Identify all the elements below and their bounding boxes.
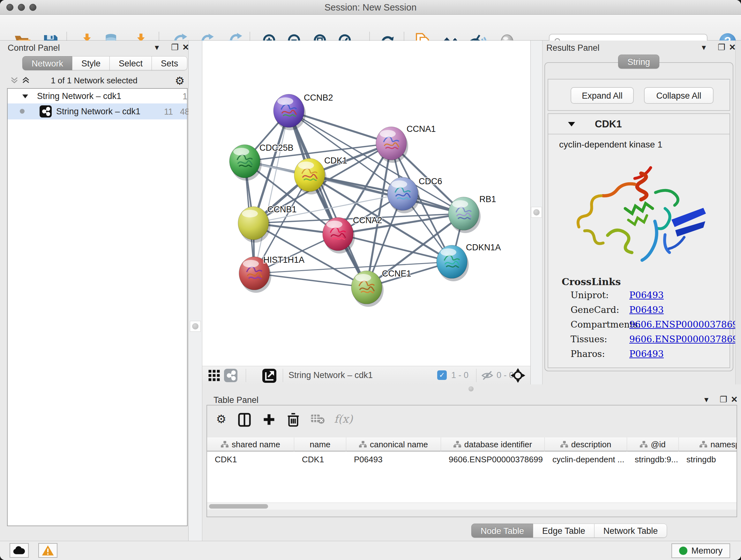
column-header[interactable]: name: [294, 437, 346, 451]
network-label: String Network – cdk1: [56, 107, 140, 117]
cytoscape-window: Session: New Session: [0, 0, 741, 560]
panel-float-icon[interactable]: ❐: [718, 43, 725, 52]
crosslink-link[interactable]: P06493: [629, 349, 664, 359]
add-column-icon[interactable]: [262, 413, 276, 427]
memory-button[interactable]: Memory: [671, 543, 730, 558]
table-cell: CDK1: [207, 452, 294, 466]
panel-float-icon[interactable]: ❐: [720, 395, 727, 405]
crosslink-label: Tissues:: [570, 334, 607, 345]
delete-table-icon[interactable]: [311, 413, 325, 425]
column-header[interactable]: canonical name: [346, 437, 441, 451]
table-cell: stringdb: [679, 452, 737, 466]
panel-close-icon[interactable]: ✕: [731, 395, 738, 405]
birdseye-crosshair-icon[interactable]: [511, 368, 525, 383]
right-splitter[interactable]: [530, 41, 542, 384]
column-header[interactable]: database identifier: [441, 437, 545, 451]
detach-view-icon[interactable]: [262, 369, 276, 383]
collapse-gene-icon[interactable]: [567, 121, 576, 127]
panel-menu-icon[interactable]: ▾: [704, 395, 709, 405]
gene-header[interactable]: CDK1: [548, 114, 730, 134]
table-hscrollbar-thumb[interactable]: [209, 504, 268, 509]
show-columns-icon[interactable]: [238, 413, 251, 427]
tab-style[interactable]: Style: [72, 56, 110, 70]
expand-all-button[interactable]: Expand All: [570, 87, 634, 104]
tab-node-table[interactable]: Node Table: [471, 523, 533, 538]
table-row[interactable]: CDK1CDK1P064939606.ENSP00000378699cyclin…: [207, 452, 737, 466]
right-splitter-handle[interactable]: [531, 207, 542, 218]
network-canvas[interactable]: CCNB2CCNA1CDC25BCDK1CDC6RB1CCNB1CCNA2CDK…: [202, 41, 530, 366]
table-hscrollbar[interactable]: [207, 503, 737, 509]
cloud-button[interactable]: [10, 543, 29, 558]
node-label-HIST1H1A: HIST1H1A: [263, 255, 305, 265]
table-cell: cyclin-dependent ...: [545, 452, 627, 466]
column-header[interactable]: description: [545, 437, 627, 451]
crosslink-link[interactable]: P06493: [629, 290, 664, 300]
results-scrollbar-track[interactable]: [735, 41, 741, 384]
network-row-selected[interactable]: String Network – cdk1 11 48: [8, 104, 187, 119]
crosslink-row: Pharos:P06493: [562, 346, 721, 361]
gene-detail-box: CDK1 cyclin-dependent kinase 1: [548, 113, 730, 368]
panel-float-icon[interactable]: ❐: [171, 43, 179, 52]
crosslink-row: Uniprot:P06493: [562, 287, 721, 302]
node-CCNE1[interactable]: [351, 271, 384, 307]
left-splitter-handle[interactable]: [190, 321, 201, 332]
hidden-eye-icon: [481, 370, 493, 381]
network-collection-row[interactable]: String Network – cdk1 1: [8, 89, 187, 104]
node-CDKN1A[interactable]: [436, 245, 469, 281]
node-CDC25B[interactable]: [229, 145, 262, 181]
results-panel-title: Results Panel: [546, 43, 600, 53]
column-header[interactable]: @id: [627, 437, 679, 451]
memory-label: Memory: [691, 546, 723, 556]
crosslink-label: Pharos:: [570, 349, 605, 359]
node-CCNA1[interactable]: [376, 127, 408, 163]
protein-structure-image: [569, 155, 710, 278]
column-header[interactable]: namespace: [679, 437, 737, 451]
node-label-CDC6: CDC6: [419, 177, 442, 186]
crosslink-link[interactable]: 9606.ENSP00000378699: [629, 319, 741, 330]
gene-description: cyclin-dependent kinase 1: [559, 139, 663, 150]
cloud-icon: [13, 546, 25, 555]
tab-select[interactable]: Select: [110, 56, 152, 70]
panel-menu-icon[interactable]: ▾: [702, 43, 706, 52]
selected-count: 1 - 0: [451, 370, 468, 380]
left-splitter[interactable]: [188, 41, 202, 541]
panel-menu-icon[interactable]: ▾: [155, 43, 159, 52]
delete-column-icon[interactable]: [287, 413, 300, 427]
column-header[interactable]: shared name: [207, 437, 294, 451]
tab-sets[interactable]: Sets: [151, 56, 187, 70]
node-label-CCNE1: CCNE1: [382, 269, 411, 278]
collapse-all-button[interactable]: Collapse All: [644, 87, 714, 104]
crosslink-label: Uniprot:: [570, 290, 609, 300]
crosslink-link[interactable]: 9606.ENSP00000378699: [629, 334, 741, 345]
panel-close-icon[interactable]: ✕: [729, 43, 736, 52]
network-view-toolbar: String Network – cdk1 ✓ 1 - 0 0 - 0: [202, 366, 530, 384]
tab-network-table[interactable]: Network Table: [594, 523, 667, 538]
tab-network[interactable]: Network: [22, 56, 72, 70]
collection-expand-icon[interactable]: [22, 94, 29, 99]
node-table: shared namenamecanonical namedatabase id…: [207, 437, 737, 509]
selected-checkbox-icon[interactable]: ✓: [437, 370, 447, 380]
table-options-gear-icon[interactable]: ⚙: [216, 413, 226, 426]
warnings-button[interactable]: [38, 543, 57, 558]
node-label-CDKN1A: CDKN1A: [466, 243, 501, 252]
node-CCNA2[interactable]: [323, 217, 355, 253]
string-network-icon: [40, 105, 52, 118]
node-RB1[interactable]: [448, 197, 481, 233]
crosslink-link[interactable]: P06493: [629, 305, 664, 315]
control-panel-title: Control Panel: [8, 43, 60, 53]
string-view-icon[interactable]: [224, 369, 238, 382]
function-builder-icon[interactable]: f(x): [334, 413, 353, 425]
tab-edge-table[interactable]: Edge Table: [533, 523, 595, 538]
sash-handle[interactable]: [468, 386, 474, 391]
table-panel-sash[interactable]: [202, 384, 741, 393]
node-CDC6[interactable]: [387, 177, 420, 213]
node-CDK1[interactable]: [294, 159, 327, 194]
options-gear-icon[interactable]: ⚙: [175, 74, 185, 87]
viewbar-separator: [283, 369, 283, 382]
grid-view-icon[interactable]: [207, 369, 221, 382]
table-cell: P06493: [346, 452, 441, 466]
node-CCNB2[interactable]: [273, 94, 306, 130]
tab-string[interactable]: String: [618, 55, 659, 69]
collection-count: 1: [183, 91, 187, 102]
node-label-CCNA2: CCNA2: [353, 215, 382, 225]
